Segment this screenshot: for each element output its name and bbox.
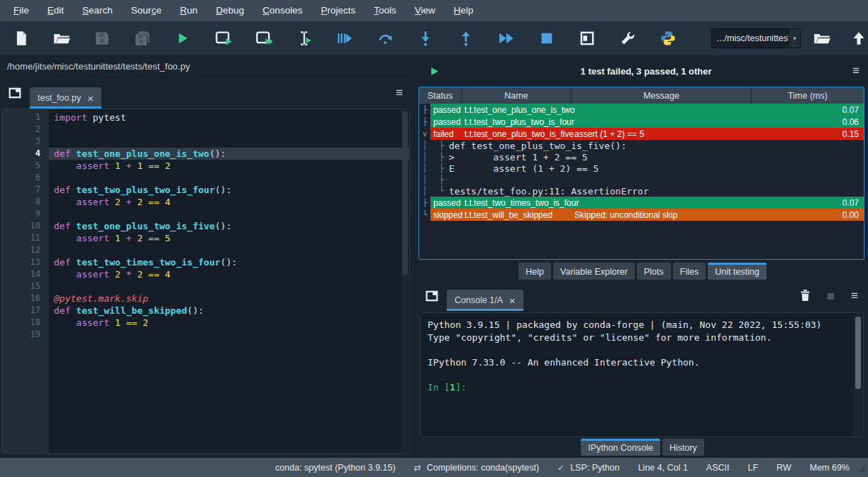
working-directory-combo[interactable]: .../misc/testunittest ▾	[711, 28, 801, 48]
code-editor[interactable]: 1import pytest234def test_one_plus_one_i…	[1, 109, 410, 454]
line-content: assert 1 + 2 == 5	[49, 232, 409, 244]
run-cell-advance-button[interactable]	[254, 28, 274, 48]
tab-console-1a[interactable]: Console 1/A ×	[447, 290, 523, 311]
code-line: 9	[2, 208, 409, 220]
chevron-down-icon[interactable]: ▾	[789, 29, 800, 48]
trash-icon[interactable]	[800, 289, 811, 304]
debug-file-button[interactable]	[335, 28, 355, 48]
browse-tabs-icon[interactable]	[7, 85, 23, 101]
menu-consoles[interactable]: Consoles	[253, 0, 311, 21]
menu-run[interactable]: Run	[171, 0, 207, 21]
line-content: assert 1 == 2	[49, 317, 409, 329]
console-options-menu-icon[interactable]: ≡	[851, 289, 858, 303]
maximize-pane-button[interactable]	[577, 28, 597, 48]
code-line: 11 assert 1 + 2 == 5	[2, 232, 409, 244]
test-row-band: skippedt.t.test_will_be_skippedSkipped: …	[430, 209, 864, 221]
code-line: 18 assert 1 == 2	[2, 317, 409, 329]
test-row[interactable]: ├passedt.t.test_two_plus_two_is_four0.06	[419, 116, 864, 128]
menu-edit[interactable]: Edit	[38, 0, 73, 21]
conda-env-status[interactable]: conda: spytest (Python 3.9.15)	[275, 463, 396, 473]
menu-file[interactable]: File	[4, 0, 38, 21]
run-icon	[177, 32, 189, 45]
test-time: 0.00	[755, 210, 864, 220]
code-line: 7def test_two_plus_two_is_four():	[2, 184, 409, 196]
debug-continue-button[interactable]	[496, 28, 516, 48]
splitter[interactable]	[411, 55, 417, 458]
tab-plots[interactable]: Plots	[637, 263, 671, 280]
tab-test-foo-py[interactable]: test_foo.py ×	[30, 87, 101, 109]
close-icon[interactable]: ×	[509, 295, 516, 306]
interrupt-kernel-icon[interactable]	[828, 293, 834, 300]
run-cell-button[interactable]	[213, 28, 233, 48]
run-selection-button[interactable]	[294, 28, 314, 48]
console-line	[428, 344, 863, 356]
menu-projects[interactable]: Projects	[312, 0, 365, 21]
tab-variable-explorer[interactable]: Variable Explorer	[553, 263, 635, 280]
ipython-console[interactable]: Python 3.9.15 | packaged by conda-forge …	[420, 312, 864, 437]
tree-branch-icon: └	[419, 209, 430, 221]
close-icon[interactable]: ×	[87, 93, 94, 104]
completions-status[interactable]: Completions: conda(spytest)	[427, 463, 539, 473]
step-into-button[interactable]	[416, 28, 435, 48]
code-line: 1import pytest	[2, 111, 409, 124]
debug-stop-button[interactable]	[537, 28, 557, 48]
test-status: passed	[430, 198, 464, 208]
tab-unit-testing[interactable]: Unit testing	[708, 263, 767, 280]
tree-branch-icon[interactable]: ∨	[419, 128, 430, 140]
column-header-name[interactable]: Name	[462, 87, 572, 104]
python-logo-icon	[660, 31, 676, 46]
save-all-button[interactable]	[133, 28, 152, 48]
tree-line-icon: │	[419, 141, 430, 150]
menu-help[interactable]: Help	[445, 0, 483, 21]
column-header-message[interactable]: Message	[572, 87, 752, 104]
menu-source[interactable]: Source	[122, 0, 171, 21]
test-detail-line: │├def test_one_plus_two_is_five():	[419, 140, 864, 151]
test-results-table[interactable]: StatusNameMessageTime (ms) ├passedt.t.te…	[418, 87, 864, 260]
test-row[interactable]: ├passedt.t.test_one_plus_one_is_two0.07	[419, 104, 864, 116]
browse-tabs-icon[interactable]	[424, 288, 440, 304]
column-header-timems[interactable]: Time (ms)	[752, 87, 864, 104]
run-tests-button[interactable]	[428, 65, 440, 77]
workspace: /home/jitse/misc/testunittest/tests/test…	[0, 55, 868, 458]
browse-directory-button[interactable]	[812, 28, 832, 48]
line-number: 12	[2, 244, 49, 256]
line-content: assert 2 + 2 == 4	[49, 196, 409, 208]
unit-testing-options-menu-icon[interactable]: ≡	[852, 64, 859, 78]
menu-tools[interactable]: Tools	[365, 0, 406, 21]
column-header-status[interactable]: Status	[419, 87, 462, 104]
tab-help[interactable]: Help	[518, 263, 551, 280]
test-row-band: passedt.t.test_one_plus_one_is_two0.07	[430, 104, 864, 116]
console-scrollbar[interactable]	[854, 314, 862, 436]
debug-step-button[interactable]	[375, 28, 395, 48]
tab-ipython-console[interactable]: IPython Console	[581, 439, 660, 456]
save-button[interactable]	[92, 28, 112, 48]
editor-options-menu-icon[interactable]: ≡	[396, 86, 403, 100]
line-number: 19	[2, 329, 49, 341]
step-into-icon	[419, 31, 432, 46]
resize-grip[interactable]	[859, 465, 866, 475]
menu-search[interactable]: Search	[73, 0, 122, 21]
code-line: 2	[2, 124, 409, 136]
line-content: def test_two_plus_two_is_four():	[49, 184, 409, 196]
line-content: assert 1 + 1 == 2	[49, 160, 409, 172]
test-row[interactable]: ∨failedt.t.test_one_plus_two_is_fiveasse…	[419, 128, 864, 140]
open-file-button[interactable]	[52, 28, 72, 48]
run-button[interactable]	[173, 28, 193, 48]
eol-status: LF	[748, 463, 759, 473]
test-row[interactable]: ├passedt.t.test_two_times_two_is_four0.0…	[419, 197, 864, 209]
preferences-button[interactable]	[618, 28, 638, 48]
menu-debug[interactable]: Debug	[206, 0, 253, 21]
parent-directory-button[interactable]	[849, 28, 868, 48]
step-out-button[interactable]	[456, 28, 476, 48]
new-file-button[interactable]	[11, 28, 31, 48]
detail-text: E assert (1 + 2) == 5	[449, 163, 599, 174]
menu-view[interactable]: View	[406, 0, 445, 21]
console-line: IPython 7.33.0 -- An enhanced Interactiv…	[428, 356, 863, 369]
python-interpreter-button[interactable]	[658, 28, 678, 48]
tree-line-icon: │	[419, 175, 430, 185]
tab-files[interactable]: Files	[673, 263, 706, 280]
up-arrow-icon	[852, 31, 865, 45]
tab-history[interactable]: History	[662, 439, 704, 456]
test-row[interactable]: └skippedt.t.test_will_be_skippedSkipped:…	[419, 209, 864, 221]
lsp-status[interactable]: LSP: Python	[570, 463, 620, 473]
